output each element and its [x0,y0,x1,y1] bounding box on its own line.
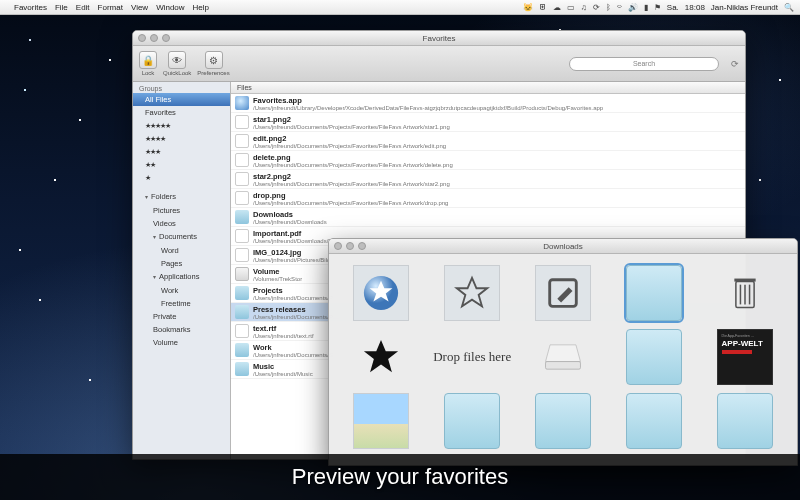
zoom-icon[interactable] [358,242,366,250]
file-row[interactable]: Downloads/Users/jnfreundt/Downloads [231,208,745,227]
file-path: /Users/jnfreundt/Documents/Projects/Favo… [253,200,448,206]
sidebar-item-4star[interactable]: ★★★★ [133,132,230,145]
menubar-extra-icon[interactable]: ⛨ [539,3,547,12]
window-titlebar[interactable]: Favorites [133,31,745,46]
file-path: /Users/jnfreundt/Documents/Projects/Favo… [253,181,450,187]
thumb-drive-icon[interactable] [535,329,591,385]
menubar-extra-icon[interactable]: ☁ [553,3,561,12]
sidebar-item-private[interactable]: Private [133,310,230,323]
drop-files-label: Drop files here [433,349,511,365]
thumb-app-icon[interactable] [353,265,409,321]
menubar-app-name[interactable]: Favorites [14,3,47,12]
sidebar-item-applications[interactable]: ▾Applications [133,270,230,284]
thumb-folder-icon[interactable] [535,393,591,449]
thumb-folder-icon[interactable] [626,393,682,449]
thumb-star-outline-icon[interactable] [444,265,500,321]
thumb-trash-icon[interactable] [717,265,773,321]
file-row[interactable]: drop.png/Users/jnfreundt/Documents/Proje… [231,189,745,208]
quicklook-titlebar[interactable]: Downloads [329,239,797,254]
sidebar-item-documents-label: Documents [159,232,197,241]
system-menubar: Favorites File Edit Format View Window H… [0,0,800,15]
file-path: /Users/jnfreundt/Documents/S… [253,352,339,358]
file-name: star1.png2 [253,115,450,124]
files-column-header[interactable]: Files [231,82,745,94]
thumb-folder-icon[interactable] [626,265,682,321]
thumb-star-filled-icon[interactable] [353,329,409,385]
sidebar-item-allfiles[interactable]: All Files [133,93,230,106]
preferences-label: Preferences [197,70,229,76]
sidebar-item-applications-label: Applications [159,272,199,281]
sidebar-item-5star[interactable]: ★★★★★ [133,119,230,132]
menubar-time[interactable]: 18:08 [685,3,705,12]
bluetooth-icon[interactable]: ᛒ [606,3,611,12]
eye-icon: 👁 [168,51,186,69]
file-doc-icon [235,229,249,243]
menu-view[interactable]: View [131,3,148,12]
thumb-folder-icon[interactable] [444,393,500,449]
sidebar-item-2star[interactable]: ★★ [133,158,230,171]
file-path: /Users/jnfreundt/text.rtf [253,333,314,339]
sidebar-item-bookmarks[interactable]: Bookmarks [133,323,230,336]
sidebar-item-documents[interactable]: ▾Documents [133,230,230,244]
menu-window[interactable]: Window [156,3,184,12]
marketing-caption: Preview your favorites [0,454,800,500]
menu-file[interactable]: File [55,3,68,12]
file-row[interactable]: Favorites.app/Users/jnfreundt/Library/De… [231,94,745,113]
zoom-icon[interactable] [162,34,170,42]
preferences-button[interactable]: ⚙ Preferences [197,51,229,76]
thumb-edit-icon[interactable] [535,265,591,321]
file-path: /Users/jnfreundt/Downloads [253,219,327,225]
file-path: /Users/jnfreundt/Documents/P… [253,314,339,320]
flag-icon[interactable]: ⚑ [654,3,661,12]
thumb-appwelt-image[interactable]: Die App-Favoriten …APP-WELT [717,329,773,385]
sidebar-item-3star[interactable]: ★★★ [133,145,230,158]
file-name: Important.pdf [253,229,346,238]
sidebar-item-1star[interactable]: ★ [133,171,230,184]
close-icon[interactable] [334,242,342,250]
file-row[interactable]: star1.png2/Users/jnfreundt/Documents/Pro… [231,113,745,132]
menu-format[interactable]: Format [98,3,123,12]
sidebar-item-volume[interactable]: Volume [133,336,230,349]
file-name: Projects [253,286,339,295]
menu-edit[interactable]: Edit [76,3,90,12]
menubar-day[interactable]: Sa. [667,3,679,12]
spotlight-icon[interactable]: 🔍 [784,3,794,12]
file-img-icon [235,248,249,262]
quicklook-button[interactable]: 👁 QuickLook [163,51,191,76]
file-path: /Volumes/TrekStor [253,276,302,282]
sidebar-item-freetime[interactable]: Freetime [133,297,230,310]
close-icon[interactable] [138,34,146,42]
thumb-folder-icon[interactable] [717,393,773,449]
sidebar-item-pictures[interactable]: Pictures [133,204,230,217]
sidebar-header-folders[interactable]: ▾Folders [133,190,230,204]
thumb-map-image[interactable] [353,393,409,449]
lock-button[interactable]: 🔒 Lock [139,51,157,76]
file-row[interactable]: edit.png2/Users/jnfreundt/Documents/Proj… [231,132,745,151]
sidebar-item-work[interactable]: Work [133,284,230,297]
search-input[interactable]: Search [569,57,719,71]
file-row[interactable]: star2.png2/Users/jnfreundt/Documents/Pro… [231,170,745,189]
minimize-icon[interactable] [150,34,158,42]
minimize-icon[interactable] [346,242,354,250]
music-icon[interactable]: ♫ [581,3,587,12]
thumb-folder-icon[interactable] [626,329,682,385]
file-row[interactable]: delete.png/Users/jnfreundt/Documents/Pro… [231,151,745,170]
file-name: IMG_0124.jpg [253,248,336,257]
sidebar-item-favorites[interactable]: Favorites [133,106,230,119]
battery-icon[interactable]: ▮ [644,3,648,12]
sidebar-item-word[interactable]: Word [133,244,230,257]
timemachine-icon[interactable]: ⟳ [593,3,600,12]
menu-help[interactable]: Help [193,3,209,12]
sidebar-item-videos[interactable]: Videos [133,217,230,230]
volume-icon[interactable]: 🔊 [628,3,638,12]
file-path: /Users/jnfreundt/Documents/Projects/Favo… [253,162,453,168]
file-name: Favorites.app [253,96,603,105]
menubar-user[interactable]: Jan-Niklas Freundt [711,3,778,12]
menubar-extra-icon[interactable]: 🐱 [523,3,533,12]
displays-icon[interactable]: ▭ [567,3,575,12]
reload-icon[interactable]: ⟳ [731,59,739,69]
quicklook-label: QuickLook [163,70,191,76]
file-path: /Users/jnfreundt/Music [253,371,313,377]
wifi-icon[interactable]: ⌔ [617,3,622,12]
sidebar-item-pages[interactable]: Pages [133,257,230,270]
